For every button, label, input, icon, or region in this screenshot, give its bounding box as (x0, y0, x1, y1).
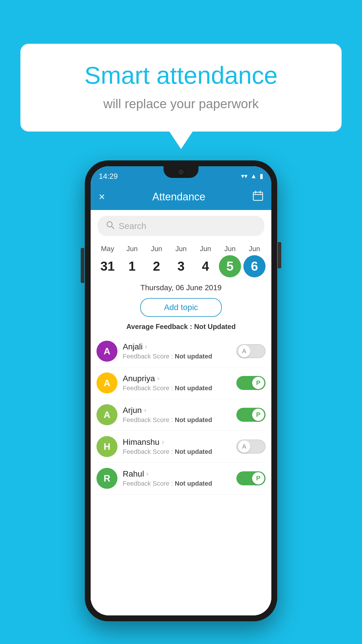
cal-month-label: Jun (224, 245, 236, 253)
calendar-day[interactable]: Jun1 (121, 245, 143, 277)
student-name: Anupriya › (123, 374, 231, 383)
toggle-knob: A (238, 440, 250, 453)
student-name: Arjun › (123, 406, 231, 415)
student-score: Feedback Score : Not updated (123, 416, 231, 424)
search-bar[interactable]: Search (98, 216, 264, 236)
avatar: A (96, 372, 117, 393)
cal-date-label[interactable]: 3 (170, 255, 192, 277)
cal-month-label: Jun (200, 245, 211, 253)
svg-rect-0 (253, 192, 263, 200)
chevron-icon: › (157, 375, 159, 382)
student-info: Anupriya ›Feedback Score : Not updated (123, 374, 231, 392)
student-item[interactable]: AAnjali ›Feedback Score : Not updatedA (96, 335, 266, 367)
cal-date-label[interactable]: 2 (145, 255, 168, 277)
app-bar: × Attendance (91, 184, 271, 210)
student-name: Rahul › (123, 469, 231, 479)
attendance-toggle[interactable]: P (236, 408, 266, 422)
calendar-day[interactable]: Jun4 (194, 245, 217, 277)
add-topic-button[interactable]: Add topic (140, 298, 222, 317)
student-name: Anjali › (123, 342, 231, 351)
calendar-day[interactable]: Jun5 (219, 245, 241, 277)
chevron-icon: › (144, 407, 146, 414)
calendar-day[interactable]: Jun2 (145, 245, 168, 277)
cal-month-label: May (101, 245, 114, 253)
cal-month-label: Jun (249, 245, 260, 253)
battery-icon: ▮ (260, 172, 263, 180)
student-score: Feedback Score : Not updated (123, 384, 231, 392)
student-list: AAnjali ›Feedback Score : Not updatedAAA… (91, 335, 271, 494)
phone-screen: 14:29 ▾▾ ▲ ▮ × Attendance (91, 166, 271, 615)
attendance-toggle[interactable]: P (236, 471, 266, 485)
app-bar-title: Attendance (152, 191, 205, 203)
student-info: Rahul ›Feedback Score : Not updated (123, 469, 231, 487)
calendar-day[interactable]: Jun3 (170, 245, 192, 277)
close-button[interactable]: × (99, 191, 105, 203)
cal-month-label: Jun (151, 245, 162, 253)
camera (178, 169, 184, 176)
cal-month-label: Jun (126, 245, 138, 253)
calendar-day[interactable]: Jun6 (243, 245, 266, 277)
signal-icon: ▲ (250, 172, 257, 180)
svg-line-5 (112, 226, 114, 229)
cal-date-label[interactable]: 4 (194, 255, 217, 277)
toggle-knob: A (238, 345, 250, 357)
avatar: A (96, 341, 117, 362)
phone-outer: 14:29 ▾▾ ▲ ▮ × Attendance (85, 160, 277, 621)
selected-date-label: Thursday, 06 June 2019 (91, 283, 271, 292)
avatar: A (96, 404, 117, 425)
calendar-icon[interactable] (253, 190, 263, 203)
status-icons: ▾▾ ▲ ▮ (241, 172, 263, 180)
chevron-icon: › (162, 438, 164, 446)
student-info: Himanshu ›Feedback Score : Not updated (123, 438, 231, 456)
student-item[interactable]: AArjun ›Feedback Score : Not updatedP (96, 399, 266, 431)
search-icon (106, 220, 115, 231)
speech-bubble-subtitle: will replace your paperwork (44, 97, 318, 111)
speech-bubble-section: Smart attendance will replace your paper… (20, 44, 342, 149)
student-item[interactable]: HHimanshu ›Feedback Score : Not updatedA (96, 431, 266, 463)
chevron-icon: › (146, 470, 148, 478)
speech-bubble: Smart attendance will replace your paper… (20, 44, 342, 132)
chevron-icon: › (145, 343, 147, 351)
cal-date-label[interactable]: 1 (121, 255, 143, 277)
cal-month-label: Jun (175, 245, 187, 253)
student-score: Feedback Score : Not updated (123, 480, 231, 487)
student-info: Anjali ›Feedback Score : Not updated (123, 342, 231, 360)
student-name: Himanshu › (123, 438, 231, 447)
wifi-icon: ▾▾ (241, 172, 247, 180)
speech-bubble-tail (169, 132, 193, 149)
cal-date-label[interactable]: 31 (96, 255, 119, 277)
attendance-toggle[interactable]: P (236, 376, 266, 390)
status-time: 14:29 (99, 172, 118, 181)
search-input[interactable]: Search (119, 221, 146, 231)
attendance-toggle[interactable]: A (236, 440, 266, 454)
speech-bubble-title: Smart attendance (44, 61, 318, 90)
avatar: R (96, 468, 117, 489)
student-info: Arjun ›Feedback Score : Not updated (123, 406, 231, 424)
student-score: Feedback Score : Not updated (123, 353, 231, 360)
toggle-knob: P (252, 377, 264, 389)
cal-date-label[interactable]: 6 (243, 255, 266, 277)
student-score: Feedback Score : Not updated (123, 448, 231, 456)
toggle-knob: P (252, 472, 264, 484)
attendance-toggle[interactable]: A (236, 344, 266, 358)
app-content: Search May31Jun1Jun2Jun3Jun4Jun5Jun6 Thu… (91, 210, 271, 615)
avg-feedback: Average Feedback : Not Updated (91, 323, 271, 331)
phone: 14:29 ▾▾ ▲ ▮ × Attendance (85, 160, 277, 621)
student-item[interactable]: AAnupriya ›Feedback Score : Not updatedP (96, 367, 266, 399)
toggle-knob: P (252, 409, 264, 421)
notch (164, 166, 198, 178)
avatar: H (96, 436, 117, 457)
student-item[interactable]: RRahul ›Feedback Score : Not updatedP (96, 463, 266, 494)
calendar-strip: May31Jun1Jun2Jun3Jun4Jun5Jun6 (91, 242, 271, 277)
cal-date-label[interactable]: 5 (219, 255, 241, 277)
calendar-day[interactable]: May31 (96, 245, 119, 277)
